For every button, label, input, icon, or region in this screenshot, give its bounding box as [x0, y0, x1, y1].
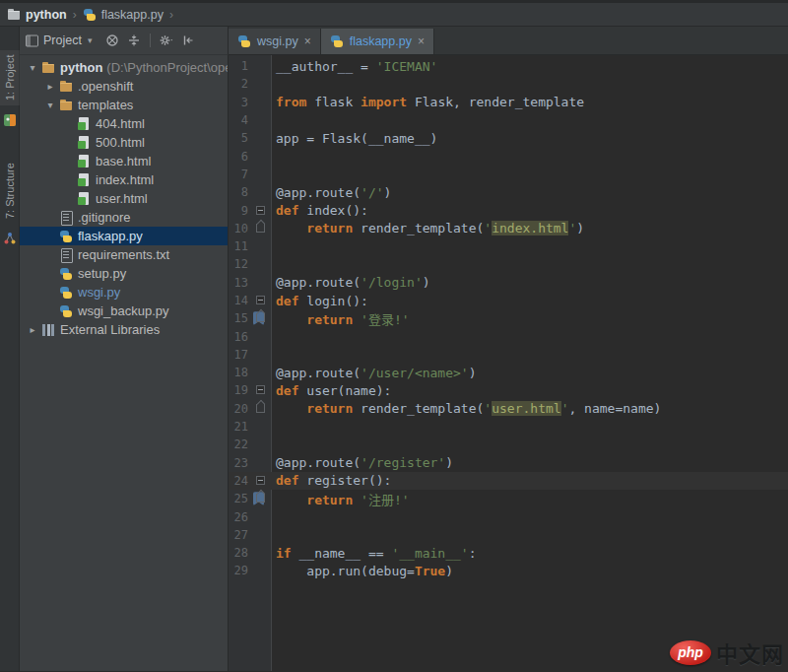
html-icon [77, 192, 91, 206]
tree-collapsed-arrow-icon[interactable]: ▸ [24, 324, 41, 335]
fold-end-icon[interactable] [256, 404, 265, 413]
tree-item-wsgi_backup.py[interactable]: wsgi_backup.py [20, 302, 228, 320]
fold-start-icon[interactable] [256, 476, 265, 485]
project-tool-icon[interactable] [3, 113, 17, 127]
fold-end-icon[interactable] [256, 313, 265, 322]
chevron-down-icon[interactable]: ▾ [88, 35, 93, 45]
hide-panel-button[interactable] [179, 32, 197, 49]
code-text: def index(): [274, 203, 368, 218]
tool-button-structure[interactable]: 7: Structure [0, 157, 20, 226]
tree-item-500.html[interactable]: 500.html [20, 133, 228, 152]
code-text: def user(name): [274, 383, 391, 398]
fold-start-icon[interactable] [256, 206, 265, 215]
settings-gear-button[interactable] [158, 32, 175, 49]
line-number: 20 [229, 402, 248, 416]
gutter-slot [248, 507, 274, 525]
gutter-slot [248, 526, 274, 544]
html-icon [77, 136, 91, 150]
line-number: 19 [229, 383, 248, 397]
gutter-slot [248, 183, 274, 201]
tree-expanded-arrow-icon[interactable]: ▾ [41, 100, 59, 110]
project-tree[interactable]: ▾python (D:\PythonProject\opens▸.openshi… [20, 55, 229, 671]
gutter-slot [248, 166, 274, 183]
tree-item-setup.py[interactable]: setup.py [20, 264, 228, 283]
tree-item-index.html[interactable]: index.html [20, 170, 228, 189]
gutter-slot [248, 255, 274, 273]
tree-item-label: External Libraries [60, 322, 160, 337]
tree-item-wsgi.py[interactable]: wsgi.py [20, 283, 228, 302]
code-line-2: 2 [229, 75, 788, 93]
gutter-slot [248, 400, 274, 418]
line-number: 21 [229, 420, 248, 434]
gutter-slot [248, 201, 274, 219]
tab-label: flaskapp.py [350, 34, 412, 48]
tree-item-label: wsgi.py [78, 285, 120, 300]
watermark: php 中文网 [670, 637, 784, 668]
code-editor[interactable]: 1__author__ = 'ICEMAN'23from flask impor… [229, 55, 788, 671]
line-number: 16 [229, 330, 248, 344]
tool-button-project[interactable]: 1: Project [0, 50, 20, 105]
tree-item-.openshift[interactable]: ▸.openshift [20, 77, 228, 96]
gutter-slot [248, 381, 274, 399]
code-text: if __name__ == '__main__': [274, 546, 477, 561]
tree-item-flaskapp.py[interactable]: flaskapp.py [20, 227, 228, 245]
close-icon[interactable]: × [304, 35, 311, 47]
fold-start-icon[interactable] [256, 385, 265, 394]
line-number: 13 [229, 276, 248, 290]
tree-item-External-Libraries[interactable]: ▸External Libraries [20, 320, 228, 339]
line-number: 23 [229, 456, 248, 470]
tree-item-python[interactable]: ▾python (D:\PythonProject\opens [20, 58, 228, 77]
tab-flaskapp-py[interactable]: flaskapp.py × [321, 29, 434, 54]
project-panel-header: Project ▾ [20, 27, 229, 55]
tree-item-label: templates [78, 98, 133, 112]
code-text: return '登录!' [274, 309, 410, 328]
code-text: return render_template('user.html', name… [274, 401, 661, 416]
navigation-bar: python › flaskapp.py › [0, 3, 788, 27]
line-number: 9 [229, 204, 248, 218]
tree-item-404.html[interactable]: 404.html [20, 114, 228, 133]
gutter-slot [248, 75, 274, 93]
gutter-slot [248, 57, 274, 75]
fold-start-icon[interactable] [256, 296, 265, 304]
locate-file-button[interactable] [103, 32, 121, 49]
tree-collapsed-arrow-icon[interactable]: ▸ [41, 81, 59, 92]
tree-item-label: .openshift [78, 79, 133, 94]
editor-lines: 1__author__ = 'ICEMAN'23from flask impor… [229, 55, 788, 580]
folder-icon [41, 61, 55, 75]
gutter-slot [248, 309, 274, 327]
tree-item-templates[interactable]: ▾templates [20, 96, 228, 114]
code-line-28: 28if __name__ == '__main__': [229, 544, 788, 562]
breadcrumb-file[interactable]: flaskapp.py [101, 8, 164, 22]
pycharm-window: python › flaskapp.py › 1: Project 7: Str… [0, 0, 788, 672]
collapse-all-button[interactable] [125, 32, 143, 49]
structure-tool-icon[interactable] [3, 232, 17, 245]
code-text: return '注册!' [274, 490, 410, 508]
tree-item-user.html[interactable]: user.html [20, 189, 228, 208]
panel-title[interactable]: Project [43, 34, 82, 47]
tree-item-requirements.txt[interactable]: requirements.txt [20, 245, 228, 264]
code-line-15: 15 return '登录!' [229, 309, 788, 327]
fold-end-icon[interactable] [256, 494, 265, 503]
gutter-slot [248, 94, 274, 111]
py-icon [59, 286, 73, 300]
code-line-29: 29 app.run(debug=True) [229, 562, 788, 579]
tree-item-base.html[interactable]: base.html [20, 152, 228, 170]
tree-item-label: flaskapp.py [78, 229, 143, 243]
code-line-21: 21 [229, 418, 788, 436]
gutter-slot [248, 129, 274, 147]
tree-item-label: index.html [96, 172, 154, 187]
code-text: @app.route('/login') [274, 275, 430, 290]
code-line-10: 10 return render_template('index.html') [229, 220, 788, 237]
line-number: 29 [229, 564, 248, 577]
code-line-13: 13@app.route('/login') [229, 274, 788, 292]
code-line-7: 7 [229, 166, 788, 183]
tree-item-.gitignore[interactable]: .gitignore [20, 208, 228, 227]
fold-end-icon[interactable] [256, 224, 265, 233]
tab-wsgi-py[interactable]: wsgi.py × [229, 29, 321, 54]
breadcrumb-project[interactable]: python [26, 8, 67, 22]
close-icon[interactable]: × [418, 35, 425, 47]
tree-expanded-arrow-icon[interactable]: ▾ [24, 62, 41, 73]
folder-icon [59, 80, 73, 94]
gutter-slot [248, 490, 274, 507]
py-icon [59, 267, 73, 281]
